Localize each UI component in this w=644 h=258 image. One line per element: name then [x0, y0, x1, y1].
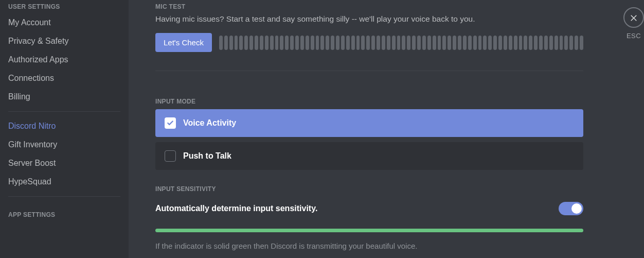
input-sensitivity-header: INPUT SENSITIVITY	[155, 185, 583, 193]
sidebar-item-my-account[interactable]: My Account	[3, 13, 126, 32]
lets-check-button[interactable]: Let's Check	[155, 33, 212, 52]
sidebar-separator	[8, 196, 120, 197]
sidebar-item-server-boost[interactable]: Server Boost	[3, 154, 126, 173]
mic-test-description: Having mic issues? Start a test and say …	[155, 14, 583, 24]
input-mode-voice-activity[interactable]: Voice Activity	[155, 109, 583, 137]
auto-sensitivity-label: Automatically determine input sensitivit…	[155, 204, 317, 213]
mic-level-meter	[219, 36, 583, 50]
input-mode-header: INPUT MODE	[155, 98, 583, 105]
sidebar-item-privacy-safety[interactable]: Privacy & Safety	[3, 32, 126, 50]
settings-content: MIC TEST Having mic issues? Start a test…	[129, 0, 644, 258]
input-mode-option-label: Push to Talk	[183, 151, 231, 161]
sensitivity-note: If the indicator is solid green then Dis…	[155, 242, 583, 250]
sidebar-header-user-settings: USER SETTINGS	[3, 0, 126, 13]
sidebar-separator	[8, 111, 120, 112]
checkbox-empty-icon	[165, 150, 176, 162]
sidebar-item-gift-inventory[interactable]: Gift Inventory	[3, 135, 126, 154]
auto-sensitivity-toggle[interactable]	[559, 202, 583, 215]
input-mode-option-label: Voice Activity	[183, 118, 236, 128]
sidebar-item-authorized-apps[interactable]: Authorized Apps	[3, 50, 126, 69]
sidebar-header-app-settings: APP SETTINGS	[3, 202, 126, 221]
checkbox-checked-icon	[165, 117, 176, 129]
close-column: ESC	[623, 7, 644, 40]
section-divider	[155, 71, 583, 71]
sidebar-item-connections[interactable]: Connections	[3, 69, 126, 88]
close-button[interactable]	[623, 7, 644, 28]
sidebar-item-billing[interactable]: Billing	[3, 88, 126, 106]
sidebar-item-hypesquad[interactable]: HypeSquad	[3, 173, 126, 191]
esc-label: ESC	[627, 32, 641, 40]
toggle-knob	[571, 203, 582, 214]
close-icon	[629, 13, 638, 22]
mic-test-header: MIC TEST	[155, 3, 583, 10]
input-mode-push-to-talk[interactable]: Push to Talk	[155, 142, 583, 170]
sidebar-item-discord-nitro[interactable]: Discord Nitro	[3, 117, 126, 135]
settings-sidebar: USER SETTINGS My Account Privacy & Safet…	[0, 0, 129, 258]
sensitivity-indicator-bar	[155, 229, 583, 232]
